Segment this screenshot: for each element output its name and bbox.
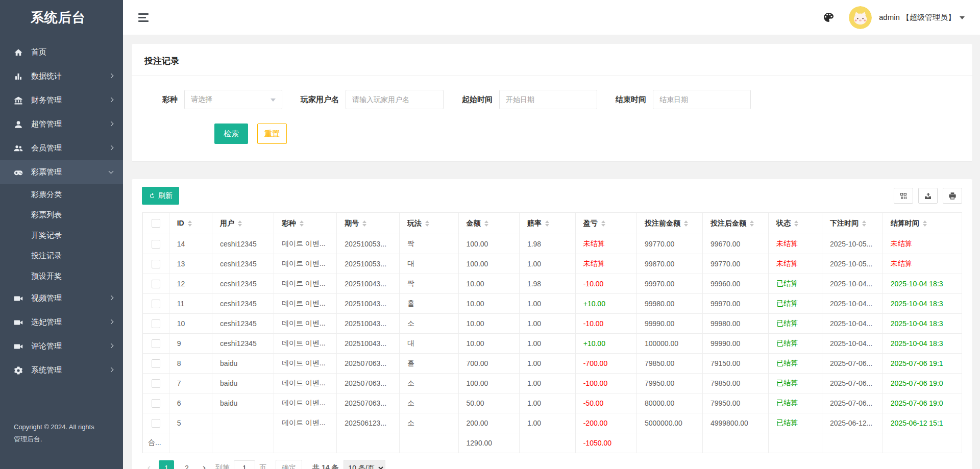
- select-all-checkbox[interactable]: [152, 219, 160, 228]
- total-label: 合...: [143, 433, 169, 453]
- sidebar-item-finance[interactable]: 财务管理: [0, 88, 123, 112]
- sort-icon[interactable]: [601, 218, 605, 229]
- column-header[interactable]: 投注前金额: [636, 213, 702, 234]
- sort-icon[interactable]: [425, 218, 429, 229]
- row-checkbox[interactable]: [152, 319, 160, 328]
- theme-palette-icon[interactable]: [822, 11, 835, 23]
- cell-settle_time: 2025-10-04 18:3: [883, 294, 962, 314]
- cell-profit: +10.00: [575, 294, 636, 314]
- pagination: ‹ 12 › 到第 页 确定 共 14 条 10 条/页: [142, 460, 962, 469]
- sidebar-subitem-preset-draw[interactable]: 预设开奖: [0, 266, 123, 286]
- cell-status: 已结算: [768, 393, 822, 413]
- column-header[interactable]: 盈亏: [575, 213, 636, 234]
- sort-icon[interactable]: [188, 218, 192, 229]
- cell-after: 79150.00: [702, 354, 768, 374]
- column-header[interactable]: 彩种: [274, 213, 336, 234]
- row-checkbox[interactable]: [152, 399, 160, 408]
- row-checkbox[interactable]: [152, 300, 160, 308]
- column-header[interactable]: 结算时间: [883, 213, 962, 234]
- sort-icon[interactable]: [923, 218, 927, 229]
- cell-before: 99970.00: [636, 274, 702, 294]
- sidebar-item-members[interactable]: 会员管理: [0, 136, 123, 160]
- table-row: 9ceshi12345데이트 이벤...202510043...대10.001.…: [143, 334, 962, 354]
- menu-toggle-icon[interactable]: [138, 13, 149, 22]
- cell-id: 11: [169, 294, 212, 314]
- sort-icon[interactable]: [545, 218, 549, 229]
- sidebar-subitem-lottery-list[interactable]: 彩票列表: [0, 205, 123, 225]
- reset-button[interactable]: 重置: [257, 124, 287, 144]
- sidebar-item-home[interactable]: 首页: [0, 40, 123, 64]
- prev-page-button[interactable]: ‹: [142, 460, 156, 469]
- cell-after: 79950.00: [702, 393, 768, 413]
- column-header[interactable]: 玩法: [400, 213, 459, 234]
- cell-amount: 100.00: [458, 374, 519, 393]
- sort-icon[interactable]: [362, 218, 366, 229]
- current-user-label[interactable]: admin 【超级管理员】: [879, 13, 955, 22]
- filter-columns-icon: [899, 192, 908, 200]
- page-number-2[interactable]: 2: [179, 460, 194, 469]
- row-checkbox[interactable]: [152, 379, 160, 388]
- player-username-input[interactable]: [346, 90, 444, 109]
- sidebar-item-stats[interactable]: 数据统计: [0, 64, 123, 88]
- cell-lottery: 데이트 이벤...: [274, 334, 336, 354]
- cell-status: 已结算: [768, 374, 822, 393]
- column-header[interactable]: 投注后金额: [702, 213, 768, 234]
- row-checkbox[interactable]: [152, 419, 160, 428]
- refresh-button[interactable]: 刷新: [142, 187, 179, 205]
- sidebar-item-comments[interactable]: 评论管理: [0, 334, 123, 358]
- sidebar-item-video[interactable]: 视频管理: [0, 286, 123, 310]
- row-checkbox[interactable]: [152, 339, 160, 348]
- lottery-type-select[interactable]: 请选择: [184, 90, 282, 109]
- next-page-button[interactable]: ›: [197, 460, 211, 469]
- sort-icon[interactable]: [684, 218, 688, 229]
- jump-confirm-button[interactable]: 确定: [276, 460, 302, 469]
- users-icon: [13, 143, 23, 153]
- sidebar-item-label: 评论管理: [31, 341, 62, 351]
- sort-icon[interactable]: [484, 218, 488, 229]
- column-header[interactable]: 赔率: [519, 213, 575, 234]
- cell-before: 99870.00: [636, 254, 702, 274]
- row-checkbox[interactable]: [152, 280, 160, 288]
- row-checkbox[interactable]: [152, 240, 160, 249]
- end-date-input[interactable]: [653, 90, 751, 109]
- cell-after: 99770.00: [702, 254, 768, 274]
- column-header[interactable]: 状态: [768, 213, 822, 234]
- page-number-1[interactable]: 1: [159, 460, 174, 469]
- sidebar-item-super-admin[interactable]: 超管管理: [0, 112, 123, 136]
- cell-lottery: 데이트 이벤...: [274, 274, 336, 294]
- cell-status: 已结算: [768, 274, 822, 294]
- sidebar-subitem-lottery-category[interactable]: 彩票分类: [0, 184, 123, 205]
- video-icon: [13, 293, 23, 303]
- sort-icon[interactable]: [238, 218, 242, 229]
- search-button[interactable]: 检索: [214, 124, 248, 144]
- sidebar-item-system[interactable]: 系统管理: [0, 358, 123, 382]
- sort-icon[interactable]: [862, 218, 866, 229]
- sort-icon[interactable]: [300, 218, 304, 229]
- user-dropdown-caret-icon[interactable]: [960, 16, 965, 22]
- column-header[interactable]: 金额: [458, 213, 519, 234]
- sidebar-item-lottery[interactable]: 彩票管理: [0, 160, 123, 184]
- sidebar-subitem-bet-records[interactable]: 投注记录: [0, 245, 123, 266]
- video-icon: [13, 317, 23, 327]
- filter-columns-button[interactable]: [894, 188, 913, 204]
- chevron-right-icon: [109, 319, 114, 325]
- print-button[interactable]: [943, 188, 962, 204]
- column-header[interactable]: 用户: [212, 213, 274, 234]
- avatar[interactable]: [849, 6, 872, 29]
- sidebar-item-girls[interactable]: 选妃管理: [0, 310, 123, 334]
- main-content: 投注记录 彩种 请选择 玩家用户名 起始时间: [123, 35, 980, 469]
- jump-page-input[interactable]: [234, 460, 255, 469]
- page-size-select[interactable]: 10 条/页: [344, 460, 385, 469]
- export-button[interactable]: [918, 188, 938, 204]
- sidebar-subitem-draw-records[interactable]: 开奖记录: [0, 225, 123, 245]
- column-header[interactable]: ID: [169, 213, 212, 234]
- sort-icon[interactable]: [794, 218, 798, 229]
- sort-icon[interactable]: [750, 218, 754, 229]
- column-header[interactable]: 期号: [337, 213, 400, 234]
- row-checkbox[interactable]: [152, 359, 160, 368]
- table-row: 10ceshi12345데이트 이벤...202510043...소10.001…: [143, 314, 962, 334]
- row-checkbox[interactable]: [152, 260, 160, 268]
- cell-play: 대: [400, 254, 459, 274]
- column-header[interactable]: 下注时间: [822, 213, 883, 234]
- start-date-input[interactable]: [499, 90, 597, 109]
